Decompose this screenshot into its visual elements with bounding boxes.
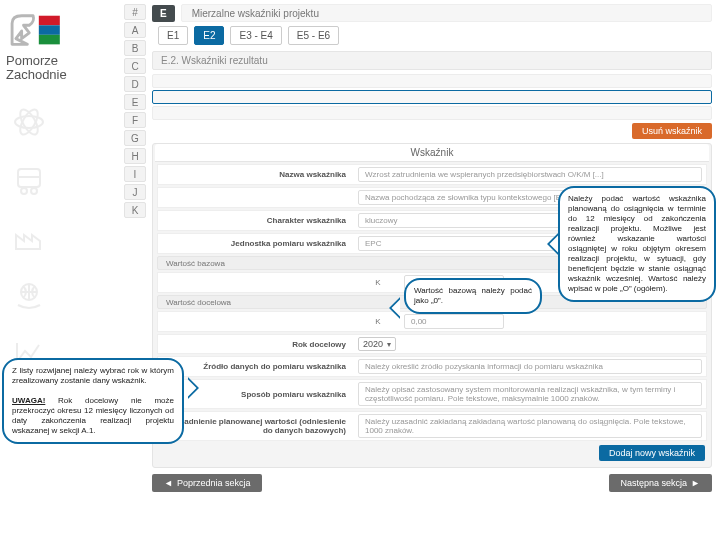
section-pill[interactable]: E	[124, 94, 146, 110]
brand-column: Pomorze Zachodnie	[0, 0, 120, 540]
section-pill[interactable]: C	[124, 58, 146, 74]
section-heading: E.2. Wskaźniki rezultatu	[152, 51, 712, 70]
svg-rect-2	[39, 35, 60, 45]
list-item[interactable]	[152, 106, 712, 120]
section-pill[interactable]: G	[124, 130, 146, 146]
atom-icon	[10, 103, 48, 141]
svg-point-7	[21, 188, 27, 194]
source-label: Źródło danych do pomiaru wskaźnika	[162, 362, 352, 371]
indicator-name-label: Nazwa wskaźnika	[162, 170, 352, 179]
section-pill[interactable]: B	[124, 40, 146, 56]
section-title: Mierzalne wskaźniki projektu	[181, 4, 712, 22]
brand-line2: Zachodnie	[6, 67, 67, 82]
tab-e1[interactable]: E1	[158, 26, 188, 45]
indicator-char-label: Charakter wskaźnika	[162, 216, 352, 225]
main-content: # A B C D E F G H I J K E Mierzalne wska…	[120, 0, 720, 540]
logo-griffin-icon	[6, 10, 64, 52]
tab-e2[interactable]: E2	[194, 26, 224, 45]
section-pill[interactable]: J	[124, 184, 146, 200]
section-pill[interactable]: I	[124, 166, 146, 182]
target-unit: K	[358, 317, 398, 326]
year-label: Rok docelowy	[162, 340, 352, 349]
chevron-right-icon: ►	[691, 478, 700, 488]
justification-label: Uzasadnienie planowanej wartości (odnies…	[162, 417, 352, 435]
source-field[interactable]: Należy określić źródło pozyskania inform…	[358, 359, 702, 374]
section-pill[interactable]: #	[124, 4, 146, 20]
section-pill[interactable]: H	[124, 148, 146, 164]
list-item[interactable]	[152, 90, 712, 104]
justification-field[interactable]: Należy uzasadnić zakładaną zakładaną war…	[358, 414, 702, 438]
delete-indicator-button[interactable]: Usuń wskaźnik	[632, 123, 712, 139]
chevron-left-icon: ◄	[164, 478, 173, 488]
add-indicator-button[interactable]: Dodaj nowy wskaźnik	[599, 445, 705, 461]
factory-icon	[10, 219, 48, 257]
indicator-panel-title: Wskaźnik	[155, 144, 709, 162]
list-item[interactable]	[152, 74, 712, 88]
indicator-unit-label: Jednostka pomiaru wskaźnika	[162, 239, 352, 248]
train-icon	[10, 161, 48, 199]
indicator-name-field[interactable]: Wzrost zatrudnienia we wspieranych przed…	[358, 167, 702, 182]
globe-hand-icon	[10, 277, 48, 315]
chevron-down-icon: ▾	[387, 340, 391, 349]
callout-target-value: Należy podać wartość wskaźnika planowaną…	[558, 186, 716, 302]
base-unit: K	[358, 278, 398, 287]
svg-rect-1	[39, 25, 60, 35]
section-pill[interactable]: A	[124, 22, 146, 38]
svg-point-8	[31, 188, 37, 194]
year-select[interactable]: 2020 ▾	[358, 337, 396, 351]
year-select-value: 2020	[363, 339, 383, 349]
target-value-field[interactable]: 0,00	[404, 314, 504, 329]
logo: Pomorze Zachodnie	[6, 10, 106, 81]
section-letter-tab: E	[152, 5, 175, 22]
section-pill[interactable]: F	[124, 112, 146, 128]
tab-e5-e6[interactable]: E5 - E6	[288, 26, 339, 45]
prev-section-button[interactable]: ◄ Poprzednia sekcja	[152, 474, 262, 492]
callout-base-value: Wartość bazową należy podać jako „0”.	[404, 278, 542, 314]
svg-rect-0	[39, 16, 60, 26]
svg-point-3	[15, 116, 43, 128]
section-pill[interactable]: K	[124, 202, 146, 218]
method-field[interactable]: Należy opisać zastosowany system monitor…	[358, 382, 702, 406]
indicator-list	[152, 74, 712, 120]
section-pill[interactable]: D	[124, 76, 146, 92]
callout-target-year: Z listy rozwijanej należy wybrać rok w k…	[2, 358, 184, 444]
tab-e3-e4[interactable]: E3 - E4	[230, 26, 281, 45]
next-section-button[interactable]: Następna sekcja ►	[609, 474, 712, 492]
sub-tabs: E1 E2 E3 - E4 E5 - E6	[152, 26, 712, 45]
